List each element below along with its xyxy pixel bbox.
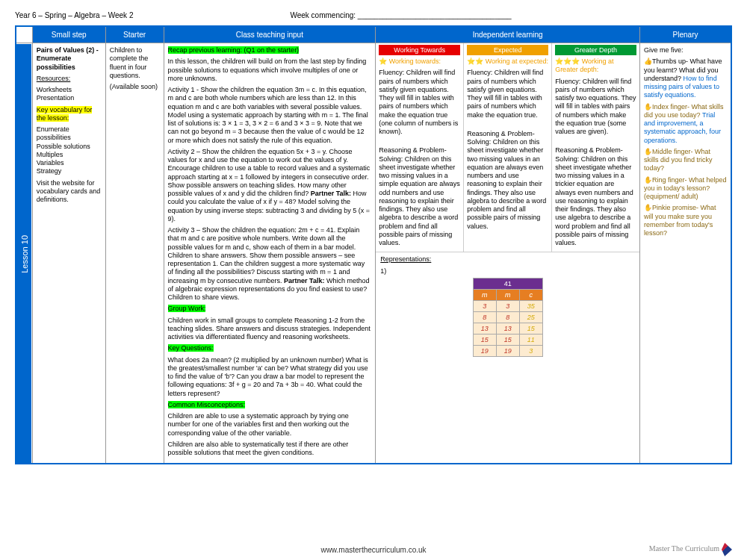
col-independent: Independent learning <box>376 26 640 43</box>
table-header-row: Small step Starter Class teaching input … <box>16 26 731 43</box>
col-small-step: Small step <box>32 26 105 43</box>
gd-badge: Greater Depth <box>555 45 636 55</box>
brand-logo: Master The Curriculum <box>649 543 732 556</box>
starter-cell: Children to complete the fluent in four … <box>105 43 164 464</box>
header-week: Week commencing: _______________________… <box>290 11 511 19</box>
expected-col: Expected ⭐⭐ Working at expected: Fluency… <box>463 43 551 252</box>
ex-badge: Expected <box>467 45 548 55</box>
lesson-plan-table: Small step Starter Class teaching input … <box>15 25 732 464</box>
representation-table: 41 mmc 3335 8825 131315 151511 19193 <box>473 278 543 357</box>
wt-badge: Working Towards <box>379 45 460 55</box>
header-left: Year 6 – Spring – Algebra – Week 2 <box>15 11 133 19</box>
col-plenary: Plenary <box>640 26 731 43</box>
teaching-cell: Recap previous learning: (Q1 on the star… <box>164 43 376 464</box>
page-header: Year 6 – Spring – Algebra – Week 2 Week … <box>15 11 732 19</box>
small-step-cell: Pairs of Values (2) - Enumerate possibil… <box>32 43 105 464</box>
rep-heading: Representations: <box>380 255 431 263</box>
independent-cell: Working Towards ⭐ Working towards: Fluen… <box>376 43 640 464</box>
col-teaching: Class teaching input <box>164 26 376 43</box>
plenary-cell: Give me five: 👍Thumbs up- What have you … <box>640 43 731 464</box>
greater-depth-col: Greater Depth ⭐⭐⭐ Working at Greater dep… <box>551 43 639 252</box>
lesson-number-tab: Lesson 10 <box>16 43 32 464</box>
lesson-row: Lesson 10 Pairs of Values (2) - Enumerat… <box>16 43 731 464</box>
col-starter: Starter <box>105 26 164 43</box>
footer-url: www.masterthecurriculum.co.uk <box>0 546 747 554</box>
working-towards-col: Working Towards ⭐ Working towards: Fluen… <box>376 43 463 252</box>
